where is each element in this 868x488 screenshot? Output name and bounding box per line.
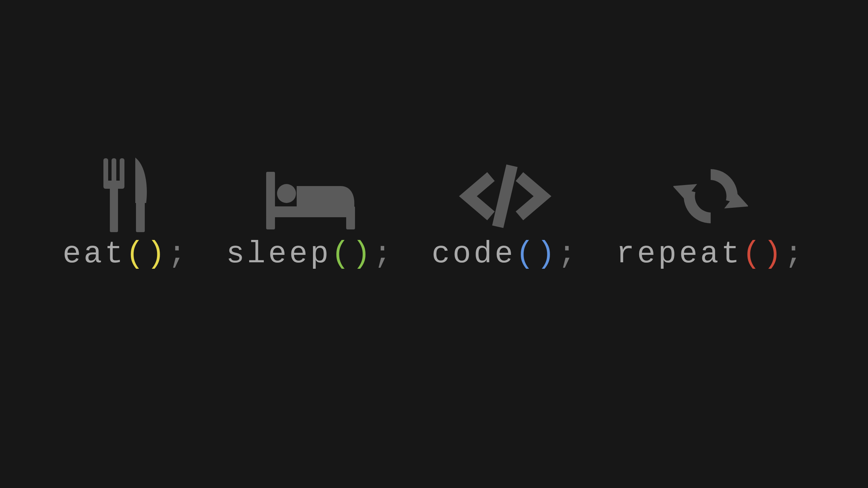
semicolon: ; [784,237,805,271]
open-paren: ( [331,237,352,271]
semicolon: ; [558,237,579,271]
open-paren: ( [126,237,147,271]
open-paren: ( [742,237,763,271]
refresh-icon [673,156,748,233]
sleep-label: sleep(); [226,237,394,271]
eat-label: eat(); [63,237,189,271]
svg-rect-4 [110,185,118,232]
code-label: code(); [432,237,579,271]
bed-icon [263,156,358,233]
svg-rect-6 [266,172,275,229]
repeat-label: repeat(); [616,237,805,271]
sleep-item: sleep(); [226,156,394,271]
open-paren: ( [516,237,537,271]
code-mantra-row: eat(); sleep(); [63,156,805,271]
repeat-item: repeat(); [616,156,805,271]
fork-knife-icon [95,156,156,233]
fn-name: eat [63,237,126,271]
fn-name: sleep [226,237,331,271]
eat-item: eat(); [63,156,189,271]
close-paren: ) [537,237,558,271]
svg-rect-8 [266,206,355,217]
fn-name: code [432,237,516,271]
svg-rect-9 [346,206,355,229]
fn-name: repeat [616,237,742,271]
close-paren: ) [352,237,373,271]
close-paren: ) [147,237,168,271]
svg-point-7 [277,184,296,203]
svg-rect-5 [136,200,145,232]
code-brackets-icon [458,156,553,233]
close-paren: ) [763,237,784,271]
semicolon: ; [168,237,189,271]
semicolon: ; [373,237,394,271]
svg-line-10 [498,166,512,227]
code-item: code(); [432,156,579,271]
